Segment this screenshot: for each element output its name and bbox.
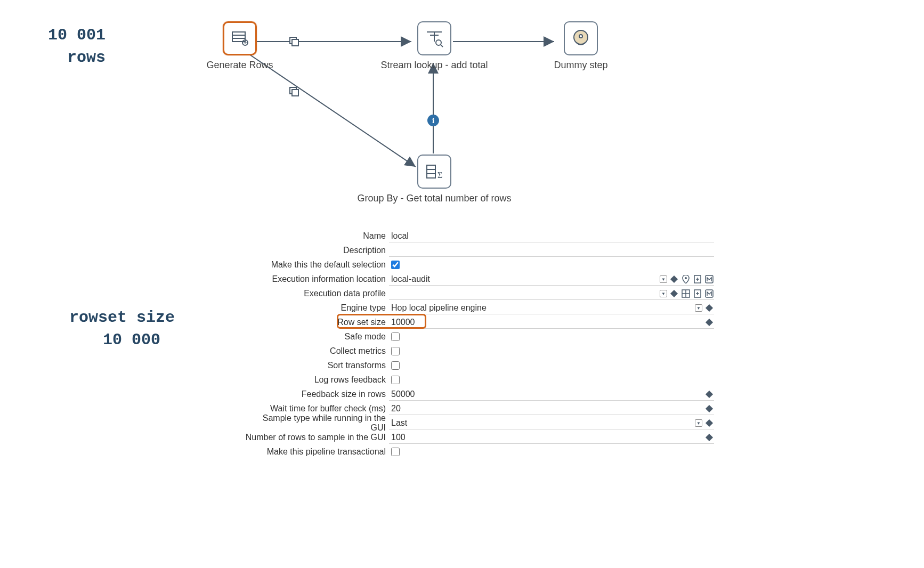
dropdown-icon[interactable]: ▼ <box>695 419 702 427</box>
variable-diamond-icon[interactable] <box>704 433 714 442</box>
engine-type-value: Hop local pipeline engine <box>391 303 487 313</box>
svg-rect-20 <box>427 165 435 178</box>
svg-point-19 <box>580 35 582 37</box>
sort-transforms-field <box>389 359 714 372</box>
sample-rows-label: Number of rows to sample in the GUI <box>245 433 389 442</box>
wait-time-label: Wait time for buffer check (ms) <box>245 404 389 413</box>
node-dummy-step[interactable]: Dummy step <box>544 21 618 71</box>
feedback-size-label: Feedback size in rows <box>245 390 389 399</box>
svg-line-16 <box>441 45 443 47</box>
name-field[interactable]: local <box>389 230 714 242</box>
name-label: Name <box>245 231 389 241</box>
svg-point-24 <box>685 277 687 279</box>
dropdown-icon[interactable]: ▼ <box>660 275 667 283</box>
rows-count-annotation: 10 001 rows <box>48 24 106 69</box>
wait-time-field[interactable]: 20 <box>389 402 714 415</box>
info-hop-badge: i <box>427 115 439 126</box>
svg-point-15 <box>436 40 441 45</box>
run-config-form: Name local Description Make this the def… <box>245 229 714 459</box>
node-stream-lookup[interactable]: Stream lookup - add total <box>378 21 490 71</box>
sample-type-value: Last <box>391 418 407 428</box>
node-label: Generate Rows <box>202 60 277 71</box>
add-file-icon[interactable] <box>693 274 702 284</box>
description-field[interactable] <box>389 244 714 257</box>
transactional-label: Make this pipeline transactional <box>245 447 389 457</box>
transactional-field <box>389 445 714 458</box>
default-selection-field <box>389 258 714 271</box>
log-rows-feedback-label: Log rows feedback <box>245 375 389 385</box>
metadata-icon[interactable] <box>704 274 714 284</box>
svg-rect-7 <box>292 90 298 96</box>
log-rows-feedback-field <box>389 374 714 386</box>
collect-metrics-field <box>389 345 714 358</box>
name-value: local <box>391 231 409 241</box>
variable-diamond-icon[interactable] <box>704 303 714 313</box>
node-generate-rows[interactable]: Generate Rows <box>202 21 277 71</box>
row-set-size-value: 10000 <box>391 318 415 327</box>
dropdown-icon[interactable]: ▼ <box>695 304 702 312</box>
generate-rows-icon <box>223 21 257 55</box>
safe-mode-label: Safe mode <box>245 332 389 342</box>
feedback-size-field[interactable]: 50000 <box>389 388 714 401</box>
svg-text:Σ: Σ <box>437 171 442 180</box>
metadata-icon[interactable] <box>704 289 714 298</box>
add-file-icon[interactable] <box>693 289 702 298</box>
grid-icon[interactable] <box>681 289 691 298</box>
engine-type-field[interactable]: Hop local pipeline engine ▼ <box>389 302 714 314</box>
default-selection-checkbox[interactable] <box>391 261 400 269</box>
pipeline-diagram: i Generate Rows Stream lookup - add tota <box>181 16 634 213</box>
stream-lookup-icon <box>417 21 451 55</box>
node-label: Stream lookup - add total <box>378 60 490 71</box>
node-label: Dummy step <box>544 60 618 71</box>
transactional-checkbox[interactable] <box>391 448 400 456</box>
default-selection-label: Make this the default selection <box>245 260 389 270</box>
node-group-by[interactable]: Σ Group By - Get total number of rows <box>357 155 512 204</box>
exec-data-profile-field[interactable]: ▼ <box>389 287 714 300</box>
sort-transforms-label: Sort transforms <box>245 361 389 370</box>
feedback-size-value: 50000 <box>391 390 415 399</box>
engine-type-label: Engine type <box>245 303 389 313</box>
description-label: Description <box>245 246 389 255</box>
node-label: Group By - Get total number of rows <box>357 193 512 204</box>
safe-mode-checkbox[interactable] <box>391 332 400 341</box>
exec-info-location-field[interactable]: local-audit ▼ <box>389 273 714 286</box>
collect-metrics-label: Collect metrics <box>245 346 389 356</box>
pin-icon[interactable] <box>681 274 691 284</box>
variable-diamond-icon[interactable] <box>704 318 714 327</box>
variable-diamond-icon[interactable] <box>704 390 714 399</box>
collect-metrics-checkbox[interactable] <box>391 347 400 355</box>
dropdown-icon[interactable]: ▼ <box>660 290 667 297</box>
dummy-step-icon <box>564 21 598 55</box>
sample-rows-field[interactable]: 100 <box>389 431 714 444</box>
group-by-icon: Σ <box>417 155 451 189</box>
row-set-size-field[interactable]: 10000 <box>389 316 714 329</box>
copy-hop-icon <box>288 35 301 48</box>
exec-info-location-value: local-audit <box>391 274 430 284</box>
row-set-size-label: Row set size <box>245 318 389 327</box>
variable-diamond-icon[interactable] <box>669 274 679 284</box>
copy-hop-icon <box>288 85 301 98</box>
exec-data-profile-label: Execution data profile <box>245 289 389 298</box>
exec-info-location-label: Execution information location <box>245 274 389 284</box>
rowset-size-annotation: rowset size 10 000 <box>69 306 175 351</box>
sample-type-field[interactable]: Last ▼ <box>389 417 714 429</box>
svg-rect-5 <box>292 39 298 46</box>
variable-diamond-icon[interactable] <box>669 289 679 298</box>
sample-type-label: Sample type while running in the GUI <box>245 413 389 433</box>
sample-rows-value: 100 <box>391 433 406 442</box>
variable-diamond-icon[interactable] <box>704 404 714 413</box>
wait-time-value: 20 <box>391 404 401 413</box>
variable-diamond-icon[interactable] <box>704 418 714 428</box>
log-rows-feedback-checkbox[interactable] <box>391 376 400 384</box>
safe-mode-field <box>389 330 714 343</box>
sort-transforms-checkbox[interactable] <box>391 361 400 370</box>
